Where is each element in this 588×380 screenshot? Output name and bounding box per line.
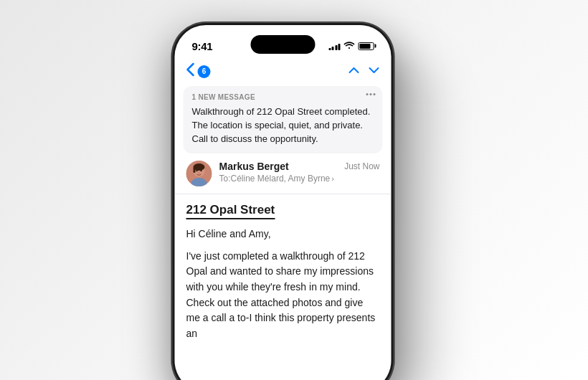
svg-rect-3 — [194, 167, 196, 173]
mail-content: 1 NEW MESSAGE Walkthrough of 212 Opal St… — [175, 86, 392, 380]
sender-info: Markus Berget Just Now To: Céline Mélard… — [219, 161, 380, 184]
signal-icon — [328, 42, 341, 50]
svg-point-6 — [200, 169, 201, 171]
signal-bar-1 — [328, 48, 331, 50]
dot-1 — [366, 93, 369, 95]
signal-bar-3 — [335, 45, 337, 50]
dot-3 — [374, 93, 376, 95]
to-chevron-icon: › — [331, 174, 334, 183]
sender-row: Markus Berget Just Now To: Céline Mélard… — [186, 161, 380, 186]
mail-nav: 6 — [175, 60, 392, 86]
nav-arrows — [348, 65, 380, 78]
banner-header: 1 NEW MESSAGE — [192, 93, 374, 101]
to-row[interactable]: To: Céline Mélard, Amy Byrne › — [219, 174, 380, 184]
to-label: To: — [219, 174, 231, 184]
email-subject: 212 Opal Street — [186, 203, 275, 219]
banner-text: Walkthrough of 212 Opal Street completed… — [192, 105, 374, 146]
wifi-icon — [344, 42, 355, 51]
nav-up-arrow[interactable] — [348, 65, 360, 78]
status-icons — [328, 42, 374, 51]
scene: 9:41 6 — [0, 0, 588, 380]
back-badge: 6 — [198, 65, 211, 78]
dot-2 — [370, 93, 372, 95]
battery-fill — [360, 44, 371, 49]
email-timestamp: Just Now — [344, 161, 379, 171]
svg-point-7 — [199, 172, 200, 173]
screen: 9:41 6 — [175, 25, 392, 380]
sender-name-row: Markus Berget Just Now — [219, 161, 380, 172]
email-body: 212 Opal Street Hi Céline and Amy, I've … — [175, 194, 392, 380]
signal-bar-4 — [338, 44, 341, 50]
nav-down-arrow[interactable] — [369, 65, 380, 78]
signal-bar-2 — [332, 47, 334, 50]
avatar — [186, 161, 212, 186]
phone-frame: 9:41 6 — [172, 22, 394, 380]
new-message-banner: 1 NEW MESSAGE Walkthrough of 212 Opal St… — [184, 86, 383, 153]
email-greeting: Hi Céline and Amy, — [186, 227, 380, 242]
back-chevron-icon — [186, 62, 195, 80]
dynamic-island — [251, 35, 316, 54]
email-header: Markus Berget Just Now To: Céline Mélard… — [175, 161, 392, 194]
back-button[interactable]: 6 — [186, 62, 211, 80]
status-time: 9:41 — [192, 40, 213, 52]
to-names: Céline Mélard, Amy Byrne — [231, 174, 331, 184]
sender-name: Markus Berget — [219, 161, 289, 172]
email-paragraph: I've just completed a walkthrough of 212… — [186, 249, 380, 342]
banner-more-button[interactable] — [366, 93, 376, 95]
battery-icon — [359, 42, 374, 50]
svg-point-5 — [196, 169, 197, 171]
